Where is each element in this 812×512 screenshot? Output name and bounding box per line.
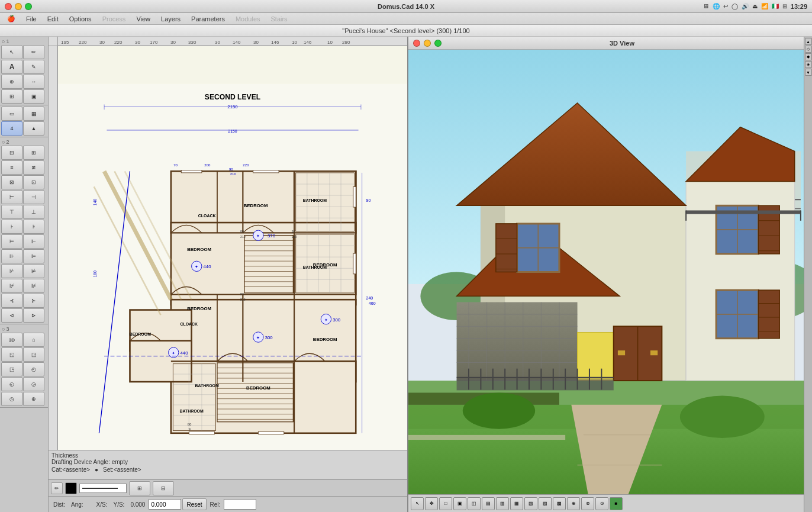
3d-max-button[interactable]	[434, 40, 442, 47]
tool-b9[interactable]: ⊤	[1, 205, 22, 219]
tool-resize[interactable]: ↔	[23, 75, 44, 89]
tool-b13[interactable]: ⊨	[1, 234, 22, 249]
3d-close-button[interactable]	[413, 40, 420, 47]
tool-number[interactable]: 4	[1, 121, 22, 136]
view-btn-2[interactable]: ▣	[453, 497, 466, 510]
tool-b14[interactable]: ⊩	[23, 234, 44, 249]
tool-b1[interactable]: ⊟	[1, 146, 22, 160]
tool-b7[interactable]: ⊢	[1, 190, 22, 204]
tool-b19[interactable]: ⊮	[1, 279, 22, 293]
view-btn-5[interactable]: ▥	[496, 497, 509, 510]
tool-b12[interactable]: ⊧	[23, 220, 44, 234]
tool-pen2[interactable]: ✎	[23, 60, 44, 74]
tool-b2[interactable]: ⊞	[23, 146, 44, 160]
tool-b22[interactable]: ⊱	[23, 294, 44, 308]
more-opts-btn[interactable]: ⊟	[153, 481, 174, 495]
tool-b20[interactable]: ⊯	[23, 279, 44, 293]
tool-b5[interactable]: ⊠	[1, 175, 22, 189]
tool-3d[interactable]: 3D	[1, 333, 22, 347]
view-btn-9[interactable]: ▩	[553, 497, 566, 510]
tool-house[interactable]: ⌂	[23, 333, 44, 347]
pen-tool-btn[interactable]: ✏	[51, 482, 63, 494]
view-btn-12[interactable]: ⊙	[595, 497, 608, 510]
menu-options[interactable]: Options	[65, 15, 96, 23]
tool-b6[interactable]: ⊡	[23, 175, 44, 189]
tool-wall[interactable]: ▭	[1, 107, 22, 121]
3d-min-button[interactable]	[424, 40, 431, 47]
tool-select[interactable]: ▣	[23, 89, 44, 104]
tool-text[interactable]: A	[1, 60, 22, 74]
tool-pencil[interactable]: ✏	[23, 45, 44, 59]
line-opts-btn[interactable]: ⊞	[129, 481, 150, 495]
color-swatch[interactable]	[65, 482, 77, 494]
tool-b24[interactable]: ⊳	[23, 308, 44, 323]
tool-b18[interactable]: ⊭	[23, 264, 44, 278]
edge-btn-4[interactable]: ◈	[805, 61, 812, 68]
menu-edit[interactable]: Edit	[43, 15, 63, 23]
tool-c5[interactable]: ◵	[1, 377, 22, 391]
menu-parameters[interactable]: Parameters	[186, 15, 230, 23]
menu-stairs[interactable]: Stairs	[266, 15, 292, 23]
view-btn-6[interactable]: ▦	[510, 497, 523, 510]
tool-c3[interactable]: ◳	[1, 362, 22, 376]
tool-c2[interactable]: ◲	[23, 347, 44, 362]
edge-btn-1[interactable]: ▲	[805, 38, 812, 45]
line-preview[interactable]	[79, 484, 127, 493]
menu-file[interactable]: File	[21, 15, 41, 23]
view-btn-1[interactable]: □	[439, 497, 452, 510]
reset-button[interactable]: Reset	[182, 498, 206, 510]
svg-text:460: 460	[369, 301, 376, 305]
toolbar-grid-1: ↖ ✏ A ✎ ⊕ ↔ ⊞ ▣	[1, 45, 47, 104]
tool-c6[interactable]: ◶	[23, 377, 44, 391]
b6-icon: ⊡	[31, 179, 36, 185]
ref-input[interactable]	[149, 499, 181, 510]
tool-b17[interactable]: ⊬	[1, 264, 22, 278]
tool-b21[interactable]: ⊰	[1, 294, 22, 308]
tool-c7[interactable]: ◷	[1, 392, 22, 406]
tool-c4[interactable]: ◴	[23, 362, 44, 376]
toolbar-section-1b: ▭ ▦ 4 ▲	[0, 105, 48, 137]
tool-b10[interactable]: ⊥	[23, 205, 44, 219]
tool-hatch[interactable]: ▦	[23, 107, 44, 121]
svg-text:BEDROOM: BEDROOM	[244, 203, 268, 208]
tool-b23[interactable]: ⊲	[1, 308, 22, 323]
view-btn-pan[interactable]: ✥	[425, 497, 438, 510]
bottom-row1: ✏ ⊞ ⊟	[49, 480, 407, 497]
tool-measure[interactable]: ⊞	[1, 89, 22, 104]
view-btn-green[interactable]: ■	[610, 497, 623, 510]
menu-view[interactable]: View	[131, 15, 155, 23]
tool-b3[interactable]: ≡	[1, 160, 22, 175]
tool-c8[interactable]: ⊕	[23, 392, 44, 406]
view-btn-4[interactable]: ▤	[482, 497, 495, 510]
view-3d-content[interactable]	[408, 50, 804, 494]
tool-up[interactable]: ▲	[23, 121, 44, 136]
tool-b4[interactable]: ≢	[23, 160, 44, 175]
drawing-content[interactable]: SECOND LEVEL 2150	[58, 46, 407, 512]
maximize-button[interactable]	[25, 3, 32, 10]
view-btn-11[interactable]: ⊗	[581, 497, 594, 510]
view-btn-cursor[interactable]: ↖	[411, 497, 424, 510]
edge-btn-3[interactable]: ◆	[805, 53, 812, 60]
apple-menu[interactable]: 🍎	[2, 14, 20, 23]
tool-b11[interactable]: ⊦	[1, 220, 22, 234]
menu-layers[interactable]: Layers	[156, 15, 185, 23]
close-button[interactable]	[5, 3, 12, 10]
tool-b8[interactable]: ⊣	[23, 190, 44, 204]
view-btn-10[interactable]: ⊕	[567, 497, 580, 510]
tool-arrow[interactable]: ↖	[1, 45, 22, 59]
view-btn-8[interactable]: ▨	[539, 497, 552, 510]
edge-btn-2[interactable]: ◇	[805, 46, 812, 53]
view-btn-3[interactable]: ◫	[468, 497, 481, 510]
tool-zoom-in[interactable]: ⊕	[1, 75, 22, 89]
edge-btn-5[interactable]: ▼	[805, 69, 812, 76]
menu-process[interactable]: Process	[98, 15, 131, 23]
tool-c1[interactable]: ◱	[1, 347, 22, 362]
svg-text:2150: 2150	[227, 104, 238, 110]
minimize-button[interactable]	[15, 3, 22, 10]
tool-b16[interactable]: ⊫	[23, 249, 44, 263]
menu-modules[interactable]: Modules	[231, 15, 265, 23]
rel-input[interactable]	[224, 499, 256, 510]
view-btn-7[interactable]: ▧	[524, 497, 537, 510]
line-thickness-selector[interactable]	[79, 484, 127, 493]
tool-b15[interactable]: ⊪	[1, 249, 22, 263]
